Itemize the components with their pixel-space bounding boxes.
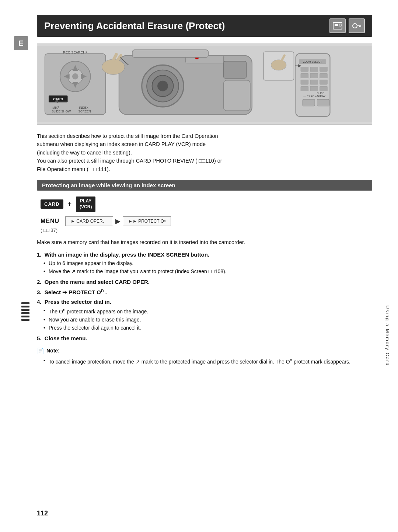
- svg-rect-56: [303, 99, 315, 106]
- side-label: Using a Memory Card: [383, 280, 391, 391]
- svg-rect-30: [224, 80, 250, 111]
- side-label-text: Using a Memory Card: [385, 305, 390, 366]
- step-4: 4. Press the selector dial in. The On pr…: [37, 299, 372, 332]
- sub-section-header: Protecting an image while viewing an ind…: [37, 180, 372, 191]
- svg-rect-44: [301, 73, 308, 78]
- list-item: Now you are unable to erase this image.: [43, 316, 372, 324]
- card-icon: [332, 21, 343, 31]
- card-play-row: CARD + PLAY (VCR): [41, 197, 372, 212]
- key-icon: [352, 21, 362, 31]
- step-4-title: 4. Press the selector dial in.: [37, 299, 372, 305]
- make-sure-text: Make sure a memory card that has images …: [37, 238, 372, 246]
- menu-arrow: ▶: [113, 217, 123, 225]
- svg-rect-47: [301, 80, 308, 84]
- svg-rect-46: [320, 73, 328, 78]
- svg-rect-1: [335, 24, 338, 26]
- svg-text:REC SEARCH+: REC SEARCH+: [63, 51, 87, 54]
- step-1-bullets: Up to 6 images appear in the display. Mo…: [43, 259, 372, 276]
- menu-label: MENU: [41, 218, 59, 225]
- menu-box-1: ► CARD OPER.: [65, 216, 113, 226]
- step-2: 2. Open the menu and select CARD OPER.: [37, 279, 372, 285]
- intro-text: This section describes how to protect th…: [37, 132, 372, 173]
- note-section: 📄 Note: To cancel image protection, move…: [37, 347, 372, 366]
- svg-point-3: [353, 24, 357, 28]
- key-icon-box: [349, 18, 365, 33]
- svg-rect-50: [301, 86, 308, 91]
- svg-rect-52: [320, 86, 328, 91]
- step-2-title: 2. Open the menu and select CARD OPER.: [37, 279, 372, 285]
- svg-rect-49: [320, 80, 328, 84]
- language-badge: E: [14, 36, 28, 50]
- page: E Preventing Accidental Erasure (Protect…: [0, 0, 398, 532]
- svg-rect-43: [320, 67, 328, 72]
- list-item: Move the ↗ mark to the image that you wa…: [43, 267, 372, 275]
- svg-text:ZOOM SELECT: ZOOM SELECT: [303, 60, 322, 63]
- vert-lines: [21, 302, 29, 321]
- menu-box-2: ►► PROTECT Oⁿ: [123, 216, 171, 226]
- header-icons: [329, 18, 365, 33]
- menu-row: MENU ► CARD OPER. ▶ ►► PROTECT Oⁿ: [41, 216, 372, 226]
- note-label: Note:: [46, 348, 60, 354]
- svg-text:SCREEN: SCREEN: [78, 110, 91, 113]
- list-item: The On protect mark appears on the image…: [43, 306, 372, 316]
- step-5-title: 5. Close the menu.: [37, 335, 372, 341]
- svg-point-11: [72, 73, 78, 80]
- svg-rect-42: [310, 67, 318, 72]
- svg-point-28: [157, 81, 168, 91]
- step-4-bullets: The On protect mark appears on the image…: [43, 306, 372, 332]
- step-5: 5. Close the menu.: [37, 335, 372, 341]
- svg-text:INDEX: INDEX: [79, 106, 89, 109]
- svg-text:SLIDE SHOW: SLIDE SHOW: [52, 110, 71, 113]
- list-item: To cancel image protection, move the ↗ m…: [43, 357, 372, 366]
- svg-text:MIX/: MIX/: [52, 106, 59, 109]
- plus-sign: +: [68, 200, 72, 208]
- note-bullets: To cancel image protection, move the ↗ m…: [43, 357, 372, 366]
- menu-ref: ( □□ 37): [41, 227, 372, 233]
- card-badge: CARD: [41, 199, 63, 209]
- steps-section: 1. With an image in the display, press t…: [37, 251, 372, 341]
- step-1: 1. With an image in the display, press t…: [37, 251, 372, 276]
- svg-rect-33: [132, 50, 208, 58]
- svg-rect-57: [317, 99, 329, 106]
- svg-text:SHOW: SHOW: [317, 94, 325, 98]
- step-1-title: 1. With an image in the display, press t…: [37, 251, 372, 258]
- list-item: Press the selector dial again to cancel …: [43, 324, 372, 332]
- svg-rect-48: [310, 80, 318, 84]
- svg-rect-51: [310, 86, 318, 91]
- svg-point-59: [271, 60, 286, 70]
- svg-rect-41: [301, 67, 308, 72]
- svg-point-2: [339, 24, 341, 26]
- play-vcr-badge: PLAY (VCR): [76, 197, 95, 212]
- diagram-svg: CARD REC SEARCH+ MIX/ SLIDE SHOW INDEX S…: [37, 44, 372, 124]
- page-number: 112: [37, 510, 48, 517]
- svg-rect-45: [310, 73, 318, 78]
- svg-text:CARD: CARD: [53, 97, 63, 101]
- header-banner: Preventing Accidental Erasure (Protect): [37, 15, 372, 37]
- step-3: 3. Select ➡ PROTECT On .: [37, 288, 372, 296]
- step-3-title: 3. Select ➡ PROTECT On .: [37, 288, 372, 296]
- note-header: 📄 Note:: [37, 347, 372, 354]
- note-icon: 📄: [37, 347, 44, 354]
- diagram-area: CARD REC SEARCH+ MIX/ SLIDE SHOW INDEX S…: [37, 44, 372, 125]
- svg-rect-29: [224, 61, 247, 78]
- card-icon-box: [329, 18, 346, 33]
- header-title: Preventing Accidental Erasure (Protect): [44, 20, 225, 32]
- list-item: Up to 6 images appear in the display.: [43, 259, 372, 267]
- svg-text:— CARD +: — CARD +: [303, 95, 317, 98]
